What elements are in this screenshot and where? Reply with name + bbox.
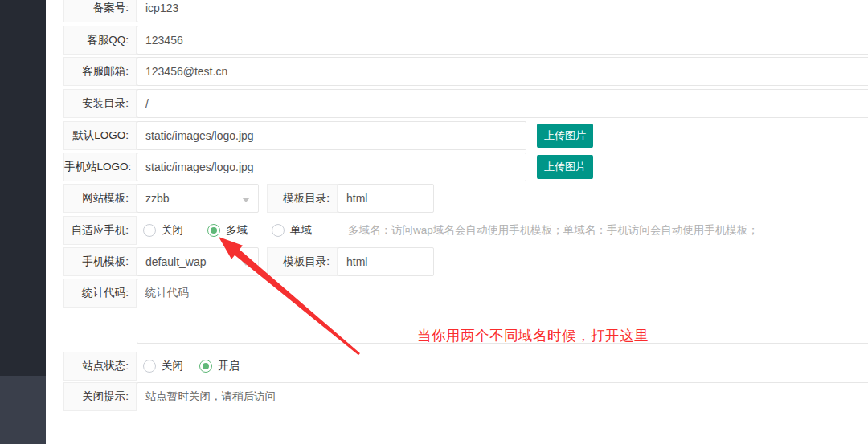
field-label: 网站模板: (63, 184, 137, 213)
upload-image-button[interactable]: 上传图片 (537, 124, 593, 148)
field-label: 关闭提示: (63, 382, 137, 411)
field-label: 手机模板: (63, 247, 137, 276)
field-label: 安装目录: (63, 89, 137, 118)
field-label: 客服邮箱: (63, 57, 137, 86)
field-mobile-logo: 手机站LOGO: 上传图片 (63, 153, 593, 181)
adaptive-mobile-hint: 多域名：访问wap域名会自动使用手机模板；单域名：手机访问会自动使用手机模板； (348, 223, 759, 238)
close-notice-textarea[interactable]: 站点暂时关闭，请稍后访问 (137, 382, 868, 444)
radio-icon (143, 360, 156, 373)
radio-site-off[interactable]: 关闭 (143, 359, 183, 373)
radio-site-on[interactable]: 开启 (199, 359, 240, 373)
selected-option: default_wap (145, 255, 207, 268)
upload-image-button[interactable]: 上传图片 (537, 155, 593, 179)
adaptive-mobile-radios: 关闭 多域 单域 多域名：访问wap域名会自动使用手机模板；单域名：手机访问会自… (137, 216, 759, 245)
service-email-input[interactable] (137, 57, 868, 86)
field-site-template: 网站模板: zzbb 模板目录: (63, 184, 434, 213)
chevron-down-icon (242, 198, 250, 202)
mobile-logo-input[interactable] (137, 153, 526, 181)
chevron-down-icon (242, 261, 250, 266)
field-service-qq: 客服QQ: (63, 26, 868, 55)
sidebar (0, 0, 46, 444)
mobile-template-dir-input[interactable] (338, 247, 434, 276)
field-default-logo: 默认LOGO: 上传图片 (63, 121, 593, 150)
radio-icon (143, 224, 156, 237)
sidebar-section-active[interactable] (0, 376, 46, 444)
radio-multi-domain[interactable]: 多域 (207, 223, 248, 238)
icp-number-input[interactable] (137, 0, 868, 22)
settings-page: 备案号: 客服QQ: 客服邮箱: 安装目录: 默认LOGO: 上传图片 手机站L… (0, 0, 868, 444)
site-template-select[interactable]: zzbb (137, 184, 259, 213)
radio-close[interactable]: 关闭 (143, 223, 183, 238)
field-close-notice: 关闭提示: 站点暂时关闭，请稍后访问 (63, 382, 868, 444)
sidebar-section-top[interactable] (0, 0, 46, 376)
field-mobile-template: 手机模板: default_wap 模板目录: (63, 247, 434, 276)
radio-icon (272, 224, 285, 237)
radio-checked-icon (207, 224, 220, 237)
mobile-template-select[interactable]: default_wap (137, 247, 259, 276)
field-site-status: 站点状态: 关闭 开启 (63, 352, 240, 381)
radio-single-domain[interactable]: 单域 (272, 223, 312, 238)
radio-checked-icon (199, 360, 212, 373)
field-label: 模板目录: (267, 184, 338, 213)
field-label: 备案号: (63, 0, 137, 22)
field-service-email: 客服邮箱: (63, 57, 868, 86)
service-qq-input[interactable] (137, 26, 868, 55)
field-icp-number: 备案号: (63, 0, 868, 22)
field-adaptive-mobile: 自适应手机: 关闭 多域 单域 多域名：访问wap域名会自动使用手机模板；单域名… (63, 216, 759, 245)
default-logo-input[interactable] (137, 121, 526, 150)
selected-option: zzbb (145, 192, 170, 205)
site-status-radios: 关闭 开启 (137, 352, 240, 381)
field-label: 客服QQ: (63, 26, 137, 55)
annotation-text: 当你用两个不同域名时候，打开这里 (417, 326, 649, 345)
field-label: 模板目录: (267, 247, 338, 276)
field-label: 站点状态: (63, 352, 137, 381)
field-label: 默认LOGO: (63, 121, 137, 150)
template-dir-input[interactable] (338, 184, 434, 213)
field-label: 手机站LOGO: (63, 153, 137, 181)
field-label: 统计代码: (63, 279, 137, 308)
field-label: 自适应手机: (63, 216, 137, 245)
field-install-dir: 安装目录: (63, 89, 868, 118)
install-dir-input[interactable] (137, 89, 868, 118)
